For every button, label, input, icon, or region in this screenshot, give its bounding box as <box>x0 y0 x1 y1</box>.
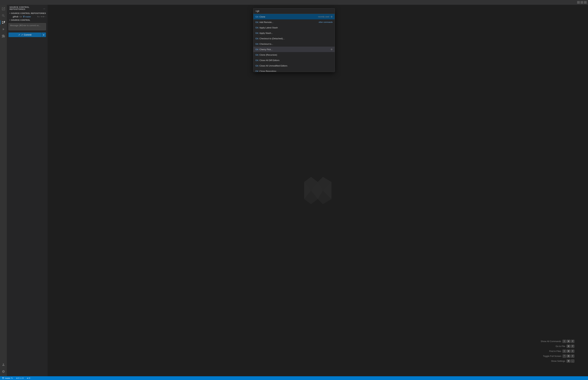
palette-item-git-close-repository[interactable]: Git: Close Repository <box>253 68 335 72</box>
git-command-close-repository: Close Repository <box>260 70 276 72</box>
palette-item-git-clone-recursive[interactable]: Git: Clone (Recursive) <box>253 52 335 57</box>
section-label-source-control[interactable]: ▾ SOURCE CONTROL <box>7 18 48 22</box>
git-prefix-3: Git: <box>255 26 259 29</box>
repo-row-github[interactable]: .github Git master ↻ ✓ ✕ ⟳ ··· <box>7 15 48 18</box>
shortcut-keys-fullscreen: ^ ⌘ F <box>563 355 574 358</box>
search-icon[interactable] <box>0 12 7 19</box>
section-label-text-sc: SOURCE CONTROL <box>11 19 30 21</box>
git-prefix-6: Git: <box>255 43 259 45</box>
git-prefix-5: Git: <box>255 37 259 40</box>
git-command-checkout-to: Checkout to... <box>260 43 273 45</box>
git-command-clone-recursive: Clone (Recursive) <box>260 54 277 56</box>
shortcut-keys-show-commands: ⇧ ⌘ P <box>563 340 574 343</box>
commit-message-input[interactable] <box>8 23 46 30</box>
git-command-add-remote: Add Remote... <box>259 21 273 23</box>
palette-item-text-git-clone: Git: Clone <box>255 16 318 18</box>
kbd-comma: , <box>571 360 574 363</box>
recently-used-label: recently used <box>318 16 329 18</box>
other-commands-label[interactable]: other commands <box>319 21 333 23</box>
palette-item-git-close-all-unmodified[interactable]: Git: Close All Unmodified Editors <box>253 63 335 68</box>
git-command-clone: Clone <box>260 16 265 18</box>
minimize-btn[interactable] <box>577 1 580 4</box>
repo-git-label: Git <box>19 16 22 18</box>
palette-item-git-checkout-detached[interactable]: Git: Checkout to (Detached)... <box>253 36 335 41</box>
palette-item-git-cherry-pick[interactable]: Git: Cherry Pick... ⚙ <box>253 47 335 52</box>
repo-close-btn[interactable]: ✕ <box>41 16 42 18</box>
palette-input-row <box>253 8 335 14</box>
status-ports[interactable]: ⇌ 0 <box>26 377 31 379</box>
kbd-cmd-4: ⌘ <box>567 355 570 358</box>
extensions-icon[interactable] <box>0 33 7 39</box>
palette-item-meta-clone: recently used ⚙ <box>318 16 333 18</box>
repo-sync-btn[interactable]: ↻ <box>37 16 39 18</box>
git-prefix-7: Git: <box>255 48 259 51</box>
palette-item-git-checkout-to[interactable]: Git: Checkout to... <box>253 41 335 47</box>
git-prefix-8: Git: <box>255 54 259 56</box>
account-icon[interactable] <box>0 361 7 368</box>
close-btn[interactable] <box>584 1 587 4</box>
palette-item-text-git-add-remote: Git: Add Remote... <box>255 21 319 23</box>
shortcut-show-all-commands: Show All Commands ⇧ ⌘ P <box>541 340 574 343</box>
palette-list: Git: Clone recently used ⚙ Git: Add Remo… <box>253 14 335 72</box>
ports-icon: ⇌ <box>27 377 28 379</box>
commit-button[interactable]: ✓ ✓ Commit <box>8 33 41 37</box>
status-warning-count: 0 <box>22 377 23 379</box>
kbd-cmd-3: ⌘ <box>567 350 570 353</box>
palette-input[interactable] <box>255 10 333 12</box>
palette-item-git-close-all-diff[interactable]: Git: Close All Diff Editors <box>253 57 335 63</box>
palette-item-text-close-repository: Git: Close Repository <box>255 70 333 72</box>
command-palette[interactable]: Git: Clone recently used ⚙ Git: Add Remo… <box>253 8 335 72</box>
palette-item-text-close-all-unmodified: Git: Close All Unmodified Editors <box>255 64 333 67</box>
maximize-btn[interactable] <box>581 1 583 4</box>
shortcut-go-to-file: Go to File ⌘ P <box>541 345 574 348</box>
repo-check-btn[interactable]: ✓ <box>39 16 41 18</box>
repo-actions: ↻ ✓ ✕ ⟳ ··· <box>37 16 46 18</box>
shortcut-label-settings: Show Settings <box>551 360 565 362</box>
palette-item-meta-cherry-pick: ⚙ <box>331 48 333 51</box>
kbd-f: F <box>571 350 574 353</box>
run-debug-icon[interactable] <box>0 26 7 33</box>
status-bar: master ↻ ⊘ 0 ⚠ 0 ⇌ 0 <box>0 376 588 380</box>
kbd-cmd-5: ⌘ <box>567 360 570 363</box>
status-branch[interactable]: master ↻ <box>1 377 13 379</box>
explorer-icon[interactable] <box>0 5 7 12</box>
kbd-ctrl: ^ <box>563 355 566 358</box>
section-chevron-sc: ▾ <box>10 19 11 21</box>
palette-item-text-checkout-to: Git: Checkout to... <box>255 43 333 45</box>
palette-item-git-apply-stash[interactable]: Git: Apply Stash... <box>253 30 335 36</box>
git-command-close-all-unmodified: Close All Unmodified Editors <box>260 64 287 67</box>
repo-refresh-btn[interactable]: ⟳ <box>43 16 44 18</box>
sidebar-title: SOURCE CONTROL REPOSITORIES <box>10 6 43 10</box>
shortcut-toggle-fullscreen: Toggle Full Screen ^ ⌘ F <box>541 355 574 358</box>
kbd-cmd: ⌘ <box>567 340 570 343</box>
commit-dropdown-btn[interactable]: ∨ <box>41 33 46 37</box>
git-command-cherry-pick: Cherry Pick... <box>260 48 273 51</box>
shortcuts-area: Show All Commands ⇧ ⌘ P Go to File ⌘ P F… <box>541 340 574 363</box>
repo-more-btn[interactable]: ··· <box>45 16 46 18</box>
palette-item-git-apply-latest-stash[interactable]: Git: Apply Latest Stash <box>253 25 335 30</box>
status-errors[interactable]: ⊘ 0 ⚠ 0 <box>16 377 24 379</box>
section-label-repositories[interactable]: ▾ SOURCE CONTROL REPOSITORIES <box>7 12 48 15</box>
git-prefix-9: Git: <box>255 59 259 62</box>
git-command-apply-stash: Apply Stash... <box>259 32 273 34</box>
git-prefix-11: Git: <box>255 70 259 72</box>
commit-arrow-icon: ∨ <box>43 34 45 36</box>
vscode-logo <box>301 173 335 208</box>
sidebar: SOURCE CONTROL REPOSITORIES ... ▾ SOURCE… <box>7 5 48 376</box>
palette-item-text-cherry-pick: Git: Cherry Pick... <box>255 48 331 51</box>
status-sync-icon: ↻ <box>11 377 13 379</box>
shortcut-keys-find: ⇧ ⌘ F <box>563 350 574 353</box>
git-prefix: Git: <box>255 16 259 18</box>
settings-activity-icon[interactable] <box>0 368 7 375</box>
palette-item-git-clone[interactable]: Git: Clone recently used ⚙ <box>253 14 335 19</box>
palette-item-git-add-remote[interactable]: Git: Add Remote... other commands <box>253 19 335 25</box>
kbd-p-2: P <box>571 345 574 348</box>
status-branch-name: master <box>5 377 11 379</box>
section-label-text-repositories: SOURCE CONTROL REPOSITORIES <box>11 12 46 14</box>
sidebar-more-btn[interactable]: ... <box>43 6 46 10</box>
gear-icon-cherry-pick[interactable]: ⚙ <box>331 48 333 51</box>
kbd-shift: ⇧ <box>563 340 566 343</box>
source-control-activity-icon[interactable] <box>0 19 7 26</box>
gear-icon-clone[interactable]: ⚙ <box>331 16 333 18</box>
git-command-checkout-detached: Checkout to (Detached)... <box>260 37 285 40</box>
